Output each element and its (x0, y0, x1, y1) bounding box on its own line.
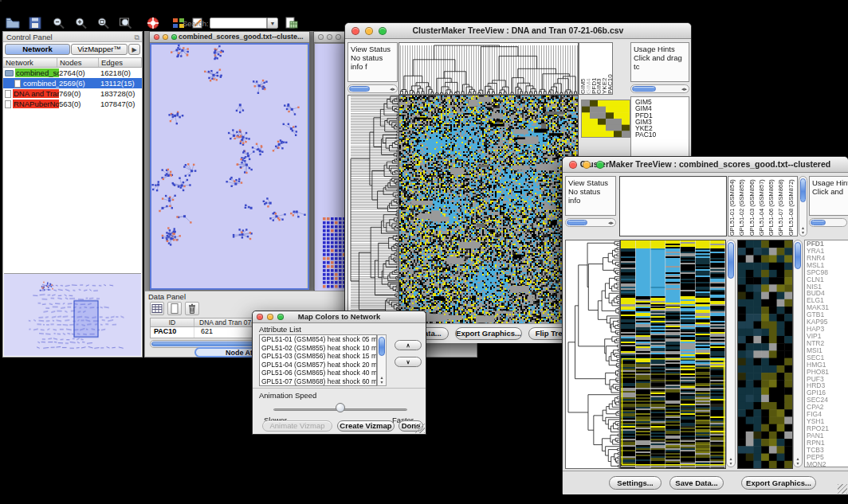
gene-label[interactable]: MAK31 (805, 304, 848, 311)
scrollbar-thumb[interactable] (728, 242, 734, 279)
column-edges[interactable]: Edges (99, 58, 142, 67)
gene-label[interactable]: GTB1 (805, 311, 848, 318)
attribute-item[interactable]: GPL51-04 (GSM857) heat shock 20 min (260, 361, 376, 369)
gene-label[interactable]: PUF3 (805, 376, 848, 383)
gene-label[interactable]: VIP1 (805, 333, 848, 340)
scrollbar-arrows-icon[interactable]: ▴▾ (727, 456, 735, 466)
tv1-status-scrollbar[interactable]: ◂▸ (347, 84, 398, 93)
help-lifesaver-icon[interactable] (146, 17, 160, 29)
minimize-icon[interactable] (365, 27, 373, 35)
gene-label[interactable]: RPN1 (805, 440, 848, 447)
settings-button[interactable]: Settings... (609, 476, 662, 490)
gene-label[interactable]: MON2 (805, 461, 848, 467)
network-list-row[interactable]: DNA and Tran 07769(0)183728(0) (3, 88, 142, 99)
scrollbar-arrows-icon[interactable]: ▴▾ (378, 375, 386, 385)
network-window-1-titlebar[interactable]: combined_scores_good.txt--cluste... (150, 32, 309, 43)
network-list-row[interactable]: combined_scores2764(0)16218(0) (3, 68, 142, 78)
gene-label[interactable]: TCB3 (805, 447, 848, 454)
scrollbar-arrows-icon[interactable]: ◂▸ (608, 219, 614, 227)
tv1-hints-scrollbar[interactable]: ◂▸ (630, 84, 689, 93)
tab-vizmapper[interactable]: VizMapper™ (71, 44, 128, 55)
attribute-item[interactable]: GPL51-06 (GSM865) heat shock 40 min (260, 369, 376, 377)
scrollbar-thumb[interactable] (567, 220, 587, 225)
gene-label[interactable]: HRD3 (805, 382, 848, 389)
zoom-selected-icon[interactable] (96, 17, 111, 29)
tv1-heatmap-canvas[interactable] (398, 95, 579, 325)
zoom-in-icon[interactable] (74, 17, 88, 29)
gene-label[interactable]: PFD1 (805, 240, 848, 248)
network-overview-canvas[interactable] (4, 273, 141, 356)
gene-label[interactable]: FIG4 (805, 411, 848, 418)
gene-label[interactable]: CLN1 (805, 276, 848, 283)
scrollbar-thumb[interactable] (349, 86, 370, 92)
gene-label[interactable]: RNR4 (805, 255, 848, 262)
tv2-zoom-heatmap-canvas[interactable] (737, 240, 793, 469)
gene-label[interactable]: GPI16 (805, 389, 848, 397)
gene-label[interactable]: SEC24 (805, 397, 848, 404)
attribute-list[interactable]: GPL51-01 (GSM854) heat shock 05 minGPL51… (259, 334, 377, 386)
gene-label[interactable]: HAP3 (805, 326, 848, 333)
new-attribute-icon[interactable] (167, 302, 182, 315)
gene-label[interactable]: MSL1 (805, 262, 848, 269)
minimize-icon[interactable] (327, 34, 332, 40)
zoom-window-icon[interactable] (336, 34, 341, 40)
attribute-item[interactable]: GPL51-03 (GSM856) heat shock 15 min (260, 352, 376, 361)
delete-attribute-trash-icon[interactable] (185, 302, 199, 315)
minimize-icon[interactable] (583, 161, 591, 169)
network-canvas-1[interactable] (151, 45, 306, 288)
tv2-collabel-scrollbar[interactable]: ▴▾ (799, 176, 807, 236)
column-label[interactable]: PAC10 (607, 43, 612, 94)
tv2-column-dendrogram-area[interactable] (619, 176, 727, 236)
scrollbar-thumb[interactable] (811, 220, 826, 225)
import-table-icon[interactable] (285, 17, 299, 29)
gene-label[interactable]: SPC98 (805, 269, 848, 276)
tv2-heatmap-vscrollbar[interactable]: ▴▾ (726, 240, 736, 467)
tv1-column-dendrogram-canvas[interactable] (398, 42, 579, 95)
column-network[interactable]: Network (3, 58, 57, 67)
save-icon[interactable] (28, 17, 42, 29)
search-dropdown-arrow-icon[interactable]: ▼ (267, 18, 278, 29)
speed-slider-thumb[interactable] (336, 403, 345, 412)
column-label[interactable]: GPL51-06 (GSM865) (768, 177, 777, 236)
column-label[interactable]: GPL51-02 (GSM855) (738, 177, 748, 236)
create-vizmap-button[interactable]: Create Vizmap (337, 420, 395, 432)
open-file-icon[interactable] (6, 17, 20, 29)
zoom-window-icon[interactable] (171, 34, 177, 40)
move-down-button[interactable]: ∨ (395, 357, 422, 367)
tv1-row-dendrogram-canvas[interactable] (347, 95, 399, 325)
gene-label[interactable]: NTR2 (805, 340, 848, 347)
attribute-item[interactable]: GPL51-01 (GSM854) heat shock 05 min (260, 335, 376, 344)
gene-label[interactable]: ELG1 (805, 297, 848, 304)
close-icon[interactable] (351, 27, 359, 35)
scrollbar-arrows-icon[interactable]: ▴▾ (794, 456, 802, 466)
attribute-item[interactable]: GPL51-07 (GSM868) heat shock 60 min (260, 377, 376, 386)
close-icon[interactable] (257, 314, 263, 320)
tv2-row-dendrogram-canvas[interactable] (565, 240, 620, 469)
zoom-out-icon[interactable] (52, 17, 66, 29)
column-label[interactable]: GIM4 (585, 43, 591, 94)
tab-overflow-arrow[interactable]: ▶ (128, 44, 140, 55)
tv2-hints-scrollbar[interactable] (809, 218, 847, 227)
gene-label[interactable]: YSH1 (805, 418, 848, 425)
move-up-button[interactable]: ∧ (395, 340, 422, 350)
search-input[interactable] (210, 18, 267, 29)
gene-label[interactable]: BUD4 (805, 290, 848, 297)
network-list-row[interactable]: combined_sco2569(6)13112(15) (3, 78, 142, 88)
gene-label[interactable]: NIS1 (805, 283, 848, 291)
gene-label[interactable]: HMG1 (805, 361, 848, 369)
column-label[interactable]: GPL51-04 (GSM857) (758, 177, 768, 236)
treeview1-titlebar[interactable]: ClusterMaker TreeView : DNA and Tran 07-… (345, 23, 691, 39)
column-nodes[interactable]: Nodes (57, 58, 99, 67)
tv2-gene-scrollbar[interactable]: ▴▾ (793, 240, 803, 467)
scrollbar-thumb[interactable] (632, 86, 656, 92)
zoom-window-icon[interactable] (379, 27, 387, 35)
scrollbar-thumb[interactable] (795, 242, 801, 269)
scrollbar-thumb[interactable] (800, 178, 806, 202)
column-id[interactable]: ID (151, 318, 194, 326)
float-panel-icon[interactable]: ⧉ (135, 33, 139, 43)
close-icon[interactable] (569, 161, 577, 169)
save-data-button[interactable]: Save Data... (669, 476, 724, 490)
gene-label[interactable]: SEC1 (805, 354, 848, 361)
column-label[interactable]: GPL51-01 (GSM854) (728, 177, 738, 236)
attribute-item[interactable]: GPL51-02 (GSM855) heat shock 10 min (260, 344, 376, 353)
